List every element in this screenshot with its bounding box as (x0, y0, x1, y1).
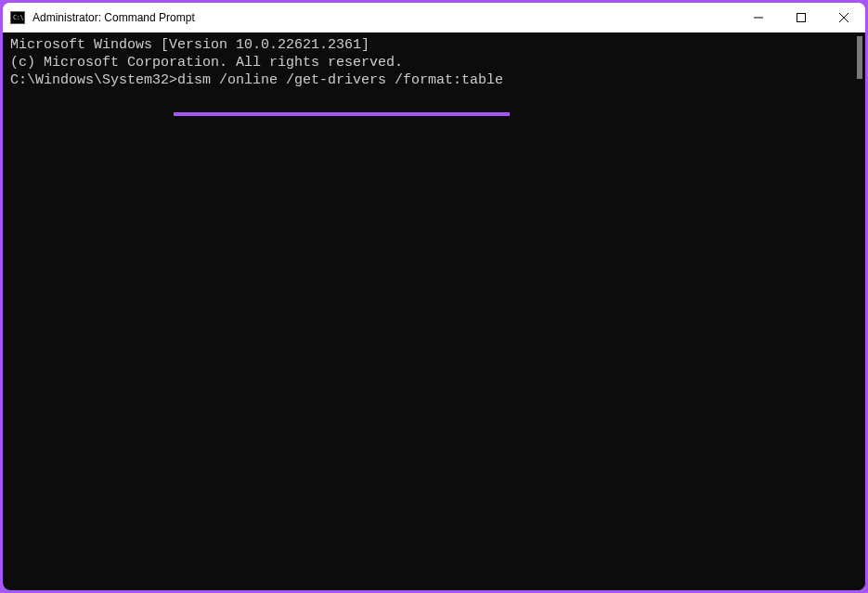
titlebar-controls (737, 3, 865, 32)
minimize-button[interactable] (737, 3, 780, 32)
maximize-icon (797, 13, 806, 22)
window-title: Administrator: Command Prompt (32, 11, 195, 24)
command-highlight-underline (174, 112, 510, 116)
cmd-icon: C:\ (10, 10, 25, 25)
terminal-line-copyright: (c) Microsoft Corporation. All rights re… (10, 54, 858, 71)
scrollbar-thumb[interactable] (857, 36, 862, 79)
maximize-button[interactable] (780, 3, 823, 32)
minimize-icon (754, 13, 763, 22)
scrollbar-track[interactable] (850, 32, 865, 590)
terminal-line-version: Microsoft Windows [Version 10.0.22621.23… (10, 36, 858, 54)
terminal-prompt-line: C:\Windows\System32>dism /online /get-dr… (10, 71, 503, 89)
terminal-content: Microsoft Windows [Version 10.0.22621.23… (10, 36, 858, 89)
terminal-area[interactable]: Microsoft Windows [Version 10.0.22621.23… (3, 32, 865, 590)
terminal-prompt: C:\Windows\System32> (10, 72, 177, 88)
cmd-icon-text: C:\ (13, 15, 23, 21)
svg-rect-1 (797, 14, 806, 22)
titlebar[interactable]: C:\ Administrator: Command Prompt (3, 3, 865, 32)
close-button[interactable] (823, 3, 865, 32)
close-icon (839, 13, 849, 22)
terminal-command: dism /online /get-drivers /format:table (177, 72, 503, 88)
window-frame: C:\ Administrator: Command Prompt (3, 3, 865, 590)
